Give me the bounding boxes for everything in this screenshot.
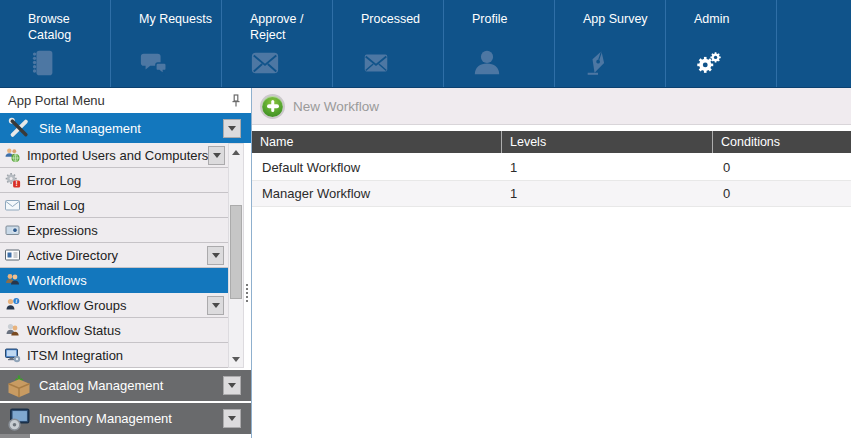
nav-tab-profile[interactable]: Profile: [444, 0, 555, 87]
sidebar-item-label: Workflows: [27, 273, 87, 288]
section-dropdown-button[interactable]: [223, 119, 241, 138]
cell-levels: 1: [502, 186, 713, 201]
new-workflow-button[interactable]: New Workflow: [262, 96, 379, 117]
profile-person-icon: [472, 48, 502, 78]
column-header-levels[interactable]: Levels: [502, 131, 713, 153]
nav-tab-label: My Requests: [139, 11, 215, 27]
scroll-up-button[interactable]: [229, 144, 243, 159]
users-computers-icon: [4, 147, 21, 163]
nav-tab-label: App Survey: [583, 11, 659, 27]
toolbar: New Workflow: [252, 88, 851, 125]
section-label: Catalog Management: [39, 378, 163, 393]
sidebar-item-workflow-status[interactable]: Workflow Status: [0, 318, 228, 343]
catalog-box-icon: [7, 374, 31, 398]
nav-tab-approve-reject[interactable]: Approve / Reject: [222, 0, 333, 87]
sidebar-item-workflow-groups[interactable]: i Workflow Groups: [0, 293, 228, 318]
top-nav: Browse Catalog My Requests Approve / Rej…: [0, 0, 851, 88]
chevron-down-icon: [228, 383, 236, 392]
sidebar-section-site-management[interactable]: Site Management: [0, 113, 251, 143]
nav-tab-browse-catalog[interactable]: Browse Catalog: [0, 0, 111, 87]
scroll-down-button[interactable]: [229, 352, 243, 367]
itsm-integration-icon: [4, 347, 21, 363]
chevron-down-icon: [228, 126, 236, 135]
sidebar-item-label: Error Log: [27, 173, 81, 188]
content-area: New Workflow Name Levels Conditions Defa…: [252, 88, 851, 438]
sidebar-item-label: Imported Users and Computers: [27, 148, 208, 163]
scrollbar-thumb[interactable]: [230, 205, 242, 299]
table-row[interactable]: Manager Workflow 1 0: [252, 181, 851, 207]
nav-tab-label: Processed: [361, 11, 437, 27]
column-header-conditions[interactable]: Conditions: [713, 131, 851, 153]
sidebar-section-inventory-management[interactable]: Inventory Management: [0, 403, 251, 434]
workflow-groups-icon: i: [4, 297, 21, 313]
cell-conditions: 0: [713, 186, 851, 201]
nav-tab-processed[interactable]: Processed: [333, 0, 444, 87]
svg-text:!: !: [16, 180, 18, 187]
sidebar: App Portal Menu Site Management Imported…: [0, 88, 252, 438]
sidebar-item-workflows[interactable]: Workflows: [0, 268, 228, 293]
cell-name: Default Workflow: [252, 160, 502, 175]
chevron-down-icon: [228, 416, 236, 425]
item-dropdown-button[interactable]: [207, 246, 224, 265]
sidebar-item-label: Workflow Groups: [27, 298, 126, 313]
nav-tab-admin[interactable]: Admin: [666, 0, 777, 87]
section-dropdown-button[interactable]: [223, 376, 241, 395]
sidebar-scrollbar: [228, 143, 244, 368]
sidebar-item-label: Email Log: [27, 198, 85, 213]
scrollbar-track[interactable]: [229, 159, 243, 352]
nav-tab-label: Profile: [472, 11, 548, 27]
nav-tab-my-requests[interactable]: My Requests: [111, 0, 222, 87]
sidebar-item-error-log[interactable]: ! Error Log: [0, 168, 228, 193]
cell-name: Manager Workflow: [252, 186, 502, 201]
survey-pen-icon: [583, 48, 613, 78]
sidebar-splitter[interactable]: [246, 284, 248, 286]
tools-icon: [7, 116, 31, 140]
nav-filler: [777, 0, 851, 87]
sidebar-section-catalog-management[interactable]: Catalog Management: [0, 370, 251, 401]
admin-gears-icon: [694, 48, 724, 78]
new-workflow-label: New Workflow: [293, 99, 379, 114]
workflow-status-icon: [4, 322, 21, 338]
sidebar-body: Imported Users and Computers ! Error Log…: [0, 143, 251, 368]
table-header: Name Levels Conditions: [252, 131, 851, 155]
green-plus-icon: [262, 96, 283, 117]
nav-tab-label: Approve / Reject: [250, 11, 326, 44]
pin-icon[interactable]: [228, 93, 244, 109]
item-dropdown-button[interactable]: [207, 296, 224, 315]
item-dropdown-button[interactable]: [208, 146, 225, 165]
section-dropdown-button[interactable]: [223, 409, 241, 428]
workflows-table: Name Levels Conditions Default Workflow …: [252, 131, 851, 207]
cell-conditions: 0: [713, 160, 851, 175]
triangle-down-icon: [232, 357, 240, 366]
table-row[interactable]: Default Workflow 1 0: [252, 155, 851, 181]
approve-envelope-icon: [250, 48, 280, 78]
sidebar-item-itsm-integration[interactable]: ITSM Integration: [0, 343, 228, 368]
sidebar-next-section-stub: [0, 434, 30, 438]
cell-levels: 1: [502, 160, 713, 175]
sidebar-header: App Portal Menu: [0, 88, 251, 113]
sidebar-item-active-directory[interactable]: Active Directory: [0, 243, 228, 268]
sidebar-item-imported-users-and-computers[interactable]: Imported Users and Computers: [0, 143, 228, 168]
workflows-icon: [4, 272, 21, 288]
nav-tab-app-survey[interactable]: App Survey: [555, 0, 666, 87]
processed-envelope-icon: [361, 48, 391, 78]
active-directory-icon: [4, 247, 21, 263]
sidebar-item-email-log[interactable]: Email Log: [0, 193, 228, 218]
email-log-icon: [4, 197, 21, 213]
error-log-icon: !: [4, 172, 21, 188]
sidebar-item-label: Expressions: [27, 223, 98, 238]
sidebar-item-label: ITSM Integration: [27, 348, 123, 363]
sidebar-item-label: Active Directory: [27, 248, 118, 263]
section-label: Site Management: [39, 121, 141, 136]
table-body: Default Workflow 1 0 Manager Workflow 1 …: [252, 155, 851, 207]
inventory-computer-icon: [7, 407, 31, 431]
column-header-name[interactable]: Name: [252, 131, 502, 153]
section-label: Inventory Management: [39, 411, 172, 426]
triangle-up-icon: [232, 146, 240, 155]
chevron-down-icon: [212, 253, 220, 262]
workspace: App Portal Menu Site Management Imported…: [0, 88, 851, 438]
sidebar-item-expressions[interactable]: Expressions: [0, 218, 228, 243]
expressions-icon: [4, 222, 21, 238]
chevron-down-icon: [212, 303, 220, 312]
nav-tab-label: Admin: [694, 11, 770, 27]
